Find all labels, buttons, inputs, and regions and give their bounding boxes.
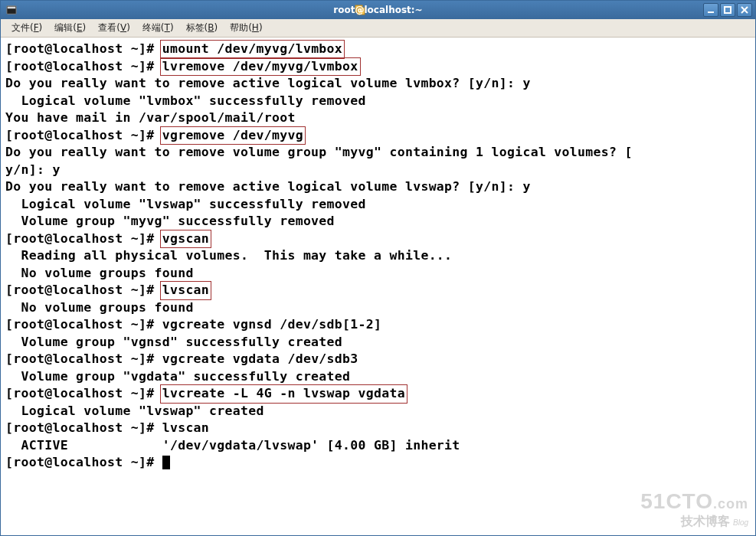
- terminal-line: Do you really want to remove volume grou…: [5, 144, 751, 162]
- menu-view[interactable]: 查看(V): [92, 20, 136, 36]
- terminal-line: No volume groups found: [5, 265, 751, 283]
- command: lvscan: [162, 420, 209, 435]
- terminal-output[interactable]: [root@localhost ~]# umount /dev/myvg/lvm…: [1, 38, 755, 535]
- menu-tabs[interactable]: 标签(B): [180, 20, 224, 36]
- terminal-line: You have mail in /var/spool/mail/root: [5, 109, 751, 127]
- terminal-line: Reading all physical volumes. This may t…: [5, 247, 751, 265]
- terminal-line: [root@localhost ~]# umount /dev/myvg/lvm…: [5, 41, 751, 58]
- close-button[interactable]: [737, 3, 752, 17]
- terminal-line: Volume group "myvg" successfully removed: [5, 213, 751, 230]
- terminal-line: [root@localhost ~]# lvcreate -L 4G -n lv…: [5, 385, 751, 403]
- terminal-line: [root@localhost ~]#: [5, 454, 751, 472]
- prompt: [root@localhost ~]#: [5, 59, 162, 74]
- terminal-line: Logical volume "lvswap" successfully rem…: [5, 196, 751, 214]
- minimize-button[interactable]: [703, 3, 718, 17]
- command: lvcreate -L 4G -n lvswap vgdata: [160, 384, 407, 404]
- command: vgcreate vgdata /dev/sdb3: [162, 351, 358, 366]
- prompt: [root@localhost ~]#: [5, 455, 162, 469]
- terminal-line: Do you really want to remove active logi…: [5, 178, 751, 196]
- terminal-line: Logical volume "lvswap" created: [5, 403, 751, 420]
- menu-edit[interactable]: 编辑(E): [48, 20, 92, 36]
- terminal-line: Volume group "vgdata" successfully creat…: [5, 368, 751, 386]
- prompt: [root@localhost ~]#: [5, 420, 162, 435]
- command: umount /dev/myvg/lvmbox: [160, 40, 345, 59]
- terminal-window: root@localhost:~ 文件(F) 编辑(E) 查看(V) 终端(T)…: [0, 0, 756, 536]
- command: lvremove /dev/myvg/lvmbox: [160, 57, 361, 77]
- window-controls: [703, 3, 752, 17]
- terminal-line: [root@localhost ~]# lvscan: [5, 420, 751, 437]
- prompt: [root@localhost ~]#: [5, 128, 162, 142]
- prompt: [root@localhost ~]#: [5, 41, 162, 56]
- svg-rect-5: [725, 7, 731, 13]
- prompt: [root@localhost ~]#: [5, 231, 162, 246]
- command: lvscan: [160, 281, 211, 300]
- terminal-line: [root@localhost ~]# vgscan: [5, 230, 751, 248]
- terminal-line: Do you really want to remove active logi…: [5, 75, 751, 93]
- command: vgremove /dev/myvg: [160, 126, 306, 145]
- titlebar[interactable]: root@localhost:~: [1, 1, 755, 19]
- menu-terminal[interactable]: 终端(T): [136, 20, 180, 36]
- command: vgscan: [160, 230, 211, 249]
- maximize-button[interactable]: [720, 3, 735, 17]
- prompt: [root@localhost ~]#: [5, 386, 162, 400]
- terminal-app-icon: [4, 4, 19, 16]
- terminal-line: y/n]: y: [5, 162, 751, 179]
- terminal-line: [root@localhost ~]# lvscan: [5, 282, 751, 299]
- terminal-line: Volume group "vgnsd" successfully create…: [5, 334, 751, 351]
- terminal-line: [root@localhost ~]# vgcreate vgdata /dev…: [5, 351, 751, 368]
- svg-rect-1: [8, 7, 16, 9]
- menu-help[interactable]: 帮助(H): [224, 20, 268, 36]
- window-title: root@localhost:~: [333, 5, 422, 15]
- prompt: [root@localhost ~]#: [5, 317, 162, 332]
- cursor: [162, 456, 170, 469]
- terminal-line: Logical volume "lvmbox" successfully rem…: [5, 93, 751, 110]
- terminal-line: No volume groups found: [5, 299, 751, 317]
- terminal-line: [root@localhost ~]# vgremove /dev/myvg: [5, 127, 751, 145]
- terminal-line: [root@localhost ~]# vgcreate vgnsd /dev/…: [5, 316, 751, 334]
- menubar: 文件(F) 编辑(E) 查看(V) 终端(T) 标签(B) 帮助(H): [1, 19, 755, 38]
- terminal-line: ACTIVE '/dev/vgdata/lvswap' [4.00 GB] in…: [5, 437, 751, 455]
- command: vgcreate vgnsd /dev/sdb[1-2]: [162, 317, 382, 332]
- prompt: [root@localhost ~]#: [5, 351, 162, 366]
- menu-file[interactable]: 文件(F): [5, 20, 48, 36]
- prompt: [root@localhost ~]#: [5, 283, 162, 297]
- terminal-line: [root@localhost ~]# lvremove /dev/myvg/l…: [5, 58, 751, 76]
